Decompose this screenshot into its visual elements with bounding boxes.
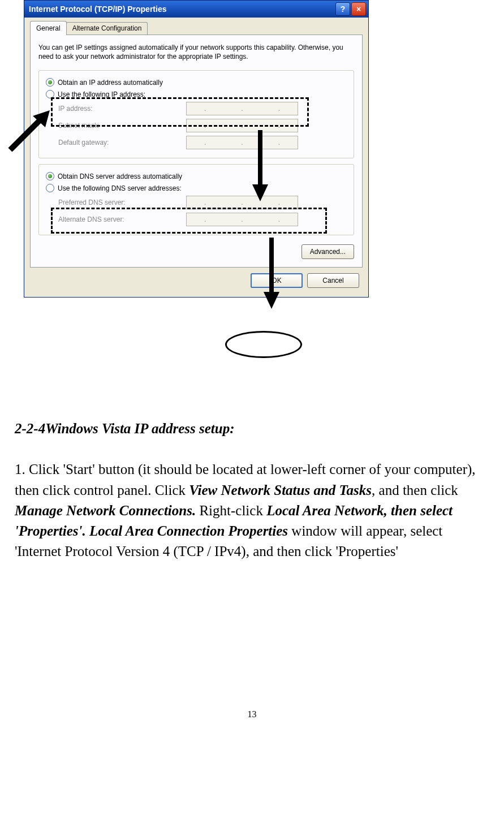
altdns-row: Alternate DNS server: ...: [46, 211, 347, 228]
radio-icon: [46, 184, 54, 192]
tab-row: General Alternate Configuration: [30, 21, 363, 35]
radio-dns-auto-label: Obtain DNS server address automatically: [58, 173, 182, 180]
help-button[interactable]: ?: [335, 2, 350, 16]
window-title: Internet Protocol (TCP/IP) Properties: [29, 5, 334, 14]
close-button[interactable]: ×: [351, 2, 366, 16]
client-area: General Alternate Configuration You can …: [24, 18, 368, 297]
step1-part-c: , and then click: [372, 482, 458, 498]
radio-ip-auto[interactable]: Obtain an IP address automatically: [46, 76, 347, 88]
section-heading: 2-2-4Windows Vista IP address setup:: [15, 419, 489, 439]
ipaddress-label: IP address:: [58, 105, 186, 113]
document-body: 2-2-4Windows Vista IP address setup: 1. …: [11, 419, 493, 562]
radio-ip-manual-label: Use the following IP address:: [58, 91, 145, 98]
prefdns-label: Preferred DNS server:: [58, 199, 186, 206]
radio-ip-auto-label: Obtain an IP address automatically: [58, 79, 163, 87]
step1-part-b: View Network Status and Tasks: [189, 482, 372, 498]
prefdns-input[interactable]: ...: [186, 196, 298, 209]
gateway-input[interactable]: ...: [186, 136, 298, 149]
radio-dns-manual[interactable]: Use the following DNS server addresses:: [46, 182, 347, 194]
radio-icon: [46, 172, 54, 180]
annotation-ok-ellipse: [225, 331, 302, 358]
radio-dns-auto[interactable]: Obtain DNS server address automatically: [46, 170, 347, 182]
ok-button[interactable]: OK: [251, 273, 303, 288]
prefdns-row: Preferred DNS server: ...: [46, 194, 347, 211]
ipaddress-row: IP address: ...: [46, 100, 347, 117]
step-1: 1. Click 'Start' button (it should be lo…: [15, 459, 489, 562]
radio-dns-manual-label: Use the following DNS server addresses:: [58, 184, 182, 192]
ipaddress-input[interactable]: ...: [186, 102, 298, 115]
dialog-buttons: OK Cancel: [30, 268, 363, 291]
dns-group: Obtain DNS server address automatically …: [38, 164, 354, 235]
tcpip-properties-dialog: Internet Protocol (TCP/IP) Properties ? …: [24, 0, 369, 298]
step1-part-e: Right-click: [196, 503, 266, 518]
ip-group: Obtain an IP address automatically Use t…: [38, 70, 354, 158]
tab-alternate-label: Alternate Configuration: [72, 24, 142, 32]
page-number: 13: [11, 709, 493, 719]
tab-alternate[interactable]: Alternate Configuration: [66, 22, 148, 35]
altdns-label: Alternate DNS server:: [58, 216, 186, 223]
radio-icon: [46, 78, 54, 87]
subnet-row: Subnet mask: ...: [46, 117, 347, 134]
tab-content: You can get IP settings assigned automat…: [30, 35, 363, 268]
advanced-row: Advanced...: [38, 241, 354, 259]
advanced-button[interactable]: Advanced...: [301, 244, 354, 259]
gateway-row: Default gateway: ...: [46, 134, 347, 151]
titlebar: Internet Protocol (TCP/IP) Properties ? …: [24, 1, 368, 18]
dialog-wrap: Internet Protocol (TCP/IP) Properties ? …: [11, 0, 373, 368]
altdns-input[interactable]: ...: [186, 213, 298, 226]
radio-icon: [46, 90, 54, 98]
subnet-input[interactable]: ...: [186, 119, 298, 132]
step1-part-d: Manage Network Connections.: [15, 503, 196, 518]
subnet-label: Subnet mask:: [58, 122, 186, 130]
cancel-button[interactable]: Cancel: [307, 273, 359, 288]
tab-general[interactable]: General: [30, 21, 67, 35]
description-text: You can get IP settings assigned automat…: [38, 43, 354, 61]
radio-ip-manual[interactable]: Use the following IP address:: [46, 88, 347, 100]
tab-general-label: General: [36, 24, 61, 32]
gateway-label: Default gateway:: [58, 139, 186, 146]
